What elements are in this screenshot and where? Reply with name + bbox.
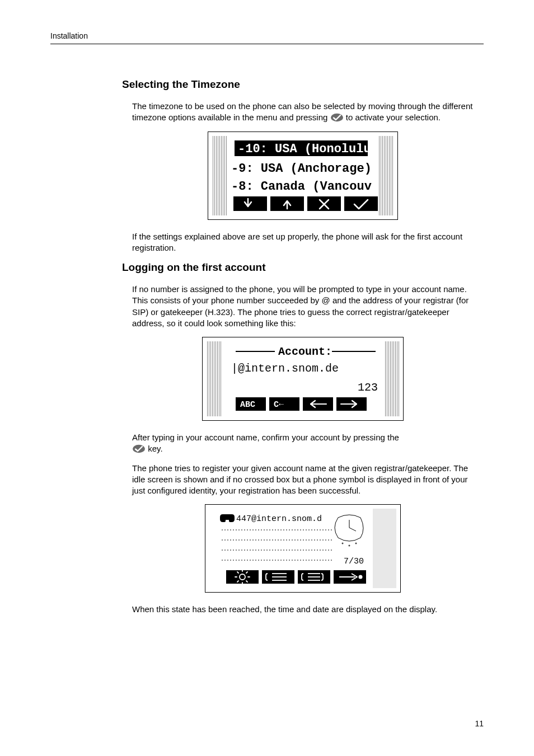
lcd-timezone-line1: -10: USA (Honolulu) xyxy=(238,142,378,156)
lcd-timezone-screenshot: -10: USA (Honolulu) -9: USA (Anchorage) … xyxy=(208,132,398,220)
lcd-idle-date: 7/30 xyxy=(344,557,364,566)
svg-rect-3 xyxy=(212,136,227,215)
logging-paragraph-2: After typing in your account name, confi… xyxy=(132,432,474,455)
lcd-idle-identity: 447@intern.snom.d xyxy=(236,514,322,524)
lcd-soft2: C← xyxy=(274,400,284,410)
svg-rect-4 xyxy=(379,136,394,215)
logging-paragraph-4: When this state has been reached, the ti… xyxy=(132,604,474,615)
svg-rect-13 xyxy=(385,341,399,416)
section-title-timezone: Selecting the Timezone xyxy=(122,78,484,91)
svg-rect-9 xyxy=(344,196,378,211)
check-icon xyxy=(132,444,146,453)
logging-paragraph-3: The phone tries to register your given a… xyxy=(132,463,474,497)
page-number: 11 xyxy=(475,719,484,728)
svg-point-21 xyxy=(133,445,145,453)
lcd-account-title: Account: xyxy=(278,345,332,358)
svg-rect-23 xyxy=(373,509,396,588)
svg-point-0 xyxy=(331,114,343,121)
lcd-timezone-line3: -8: Canada (Vancouv xyxy=(231,180,372,194)
lcd-account-value: |@intern.snom.de xyxy=(231,362,339,375)
header-rule xyxy=(50,44,484,44)
svg-point-53 xyxy=(359,576,362,579)
timezone-paragraph-1: The timezone to be used on the phone can… xyxy=(132,101,474,124)
logging-paragraph-1: If no number is assigned to the phone, y… xyxy=(132,284,474,329)
lcd-idle-screenshot: 447@intern.snom.d 7/30 xyxy=(205,504,401,593)
text-fragment: key. xyxy=(146,444,163,453)
svg-rect-12 xyxy=(207,341,221,416)
running-header: Installation xyxy=(50,31,88,40)
svg-rect-33 xyxy=(226,570,259,584)
lcd-account-screenshot: Account: |@intern.snom.de 123 ABC C← xyxy=(202,337,404,421)
text-fragment: to activate your selection. xyxy=(344,112,441,122)
lcd-soft1: ABC xyxy=(240,400,255,410)
lcd-timezone-line2: -9: USA (Anchorage) xyxy=(231,162,372,176)
section-title-logging: Logging on the first account xyxy=(122,261,484,274)
lcd-account-mode: 123 xyxy=(358,381,378,394)
check-icon xyxy=(330,113,344,122)
text-fragment: After typing in your account name, confi… xyxy=(132,433,399,442)
timezone-paragraph-2: If the settings explained above are set … xyxy=(132,231,474,254)
